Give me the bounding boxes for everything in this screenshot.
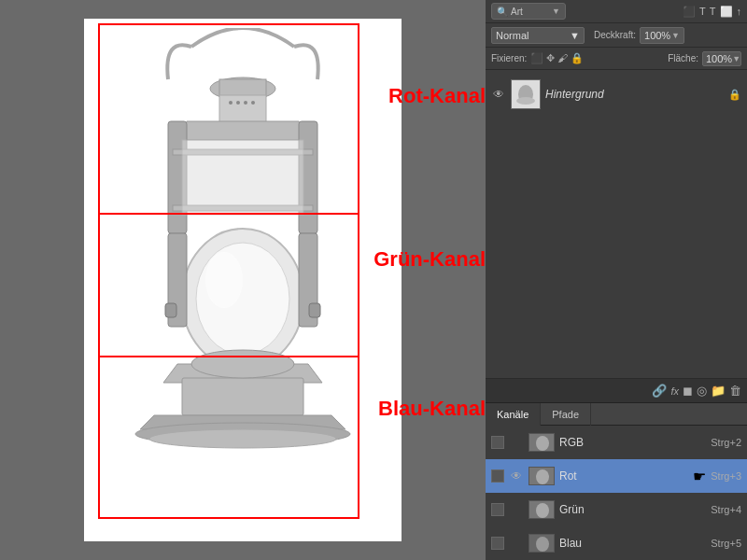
fx-icon[interactable]: fx bbox=[670, 385, 679, 397]
flache-value: 100% bbox=[706, 53, 732, 64]
deckkraft-value: 100% bbox=[644, 30, 670, 41]
channel-checkbox-rot[interactable] bbox=[491, 469, 504, 483]
top-toolbar: 🔍 Art ▼ ⬛ T T ⬜ ↑ bbox=[486, 0, 747, 23]
svg-point-31 bbox=[536, 503, 549, 518]
search-label: Art bbox=[511, 7, 523, 17]
text-icon[interactable]: T bbox=[699, 6, 706, 18]
blau-kanal-label: Blau-Kanal bbox=[378, 397, 486, 421]
svg-point-29 bbox=[536, 469, 549, 484]
search-box[interactable]: 🔍 Art ▼ bbox=[491, 3, 566, 20]
deckkraft-input[interactable]: 100% ▼ bbox=[640, 27, 684, 44]
group-icon[interactable]: 📁 bbox=[711, 384, 726, 398]
channel-thumb-rgb bbox=[529, 433, 555, 452]
layer-lock-icon: 🔒 bbox=[728, 89, 741, 101]
fix-brush-icon[interactable]: 🖌 bbox=[557, 52, 568, 64]
flache-arrow: ▼ bbox=[732, 54, 740, 63]
channels-list: RGB Strg+2 👁 Rot ☛ Strg+3 bbox=[486, 426, 747, 560]
channel-shortcut-gruen: Strg+4 bbox=[711, 504, 741, 515]
channel-name-gruen: Grün bbox=[559, 503, 706, 516]
layers-icon[interactable]: ⬛ bbox=[683, 6, 696, 18]
search-dropdown-icon: ▼ bbox=[552, 7, 560, 16]
fixieren-label: Fixieren: bbox=[491, 53, 527, 63]
channel-row-rot[interactable]: 👁 Rot ☛ Strg+3 bbox=[486, 459, 747, 493]
channel-shortcut-blau: Strg+5 bbox=[711, 538, 741, 549]
layer-name: Hintergrund bbox=[545, 88, 724, 101]
flache-label: Fläche: bbox=[668, 53, 698, 63]
mask-icon[interactable]: ◎ bbox=[697, 384, 707, 398]
channel-thumb-gruen bbox=[529, 500, 555, 519]
tab-kanale[interactable]: Kanäle bbox=[486, 403, 541, 426]
gruen-kanal-label: Grün-Kanal bbox=[374, 247, 486, 272]
fix-icons: ⬛ ✥ 🖌 🔒 bbox=[530, 52, 584, 64]
rot-kanal-label: Rot-Kanal bbox=[388, 84, 486, 108]
fix-all-icon[interactable]: 🔒 bbox=[571, 52, 584, 64]
svg-point-25 bbox=[516, 97, 535, 105]
deckkraft-label: Deckkraft: bbox=[594, 30, 636, 40]
tabs-row: Kanäle Pfade bbox=[486, 403, 747, 426]
channel-row-gruen[interactable]: Grün Strg+4 bbox=[486, 493, 747, 526]
channel-name-blau: Blau bbox=[559, 537, 706, 550]
deckkraft-arrow: ▼ bbox=[671, 31, 680, 40]
channel-row-rgb[interactable]: RGB Strg+2 bbox=[486, 426, 747, 459]
link-icon[interactable]: 🔗 bbox=[652, 384, 667, 398]
search-icon: 🔍 bbox=[497, 7, 508, 17]
fix-lock-icon[interactable]: ⬛ bbox=[530, 52, 543, 64]
layer-area: 👁 Hintergrund 🔒 bbox=[486, 70, 747, 378]
channel-thumb-blau bbox=[529, 534, 555, 553]
channel-name-rgb: RGB bbox=[559, 436, 706, 449]
tab-pfade-label: Pfade bbox=[552, 409, 579, 420]
red-rect-mid bbox=[98, 213, 359, 357]
layer-item-hintergrund[interactable]: 👁 Hintergrund 🔒 bbox=[486, 74, 747, 115]
channel-shortcut-rot: Strg+3 bbox=[711, 470, 741, 482]
channel-checkbox-gruen[interactable] bbox=[491, 503, 504, 516]
channel-shortcut-rgb: Strg+2 bbox=[711, 437, 741, 448]
bottom-panel: 🔗 fx ◼ ◎ 📁 🗑 Kanäle Pfade bbox=[486, 378, 747, 560]
channel-thumb-rot bbox=[529, 467, 555, 485]
red-rect-top bbox=[98, 23, 359, 215]
channel-row-blau[interactable]: Blau Strg+5 bbox=[486, 526, 747, 560]
red-rect-bot bbox=[98, 356, 359, 519]
channel-checkbox-blau[interactable] bbox=[491, 537, 504, 550]
channel-checkbox-rgb[interactable] bbox=[491, 436, 504, 449]
delete-icon[interactable]: 🗑 bbox=[729, 384, 741, 398]
channel-name-rot: Rot bbox=[559, 469, 688, 483]
fill-icon[interactable]: ◼ bbox=[683, 384, 693, 398]
shape-icon[interactable]: ⬜ bbox=[720, 6, 733, 18]
blend-mode-arrow: ▼ bbox=[570, 30, 580, 41]
layer-eye-icon[interactable]: 👁 bbox=[491, 88, 506, 101]
blend-mode-value: Normal bbox=[496, 30, 529, 41]
fix-row: Fixieren: ⬛ ✥ 🖌 🔒 Fläche: 100% ▼ bbox=[486, 48, 747, 70]
flache-input[interactable]: 100% ▼ bbox=[702, 51, 741, 66]
svg-point-27 bbox=[536, 436, 549, 451]
bottom-toolbar: 🔗 fx ◼ ◎ 📁 🗑 bbox=[486, 379, 747, 403]
blend-row: Normal ▼ Deckkraft: 100% ▼ bbox=[486, 23, 747, 48]
blend-mode-select[interactable]: Normal ▼ bbox=[491, 27, 585, 44]
canvas-content bbox=[84, 19, 402, 541]
right-panel: 🔍 Art ▼ ⬛ T T ⬜ ↑ Normal ▼ Deckkraft: 10… bbox=[486, 0, 747, 560]
cursor-hand-icon: ☛ bbox=[693, 468, 706, 485]
svg-point-33 bbox=[536, 537, 549, 552]
type2-icon[interactable]: T bbox=[710, 6, 716, 18]
canvas-area: Rot-Kanal Grün-Kanal Blau-Kanal bbox=[0, 0, 486, 560]
upload-icon[interactable]: ↑ bbox=[737, 6, 742, 18]
tab-kanale-label: Kanäle bbox=[497, 409, 529, 420]
fix-move-icon[interactable]: ✥ bbox=[546, 52, 555, 64]
toolbar-icons: ⬛ T T ⬜ ↑ bbox=[683, 6, 741, 18]
tab-pfade[interactable]: Pfade bbox=[541, 403, 591, 426]
layer-thumbnail bbox=[511, 79, 541, 109]
channel-eye-rot[interactable]: 👁 bbox=[509, 469, 524, 483]
